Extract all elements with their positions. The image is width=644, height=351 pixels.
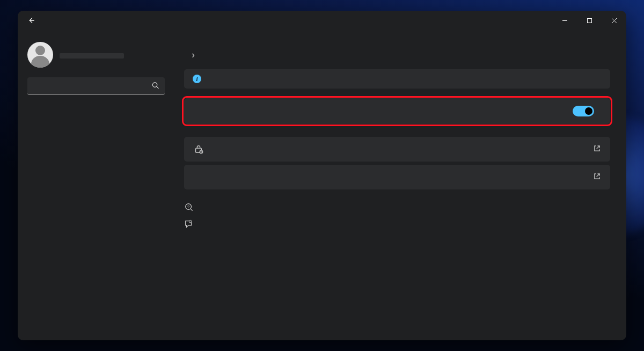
breadcrumb: ›	[184, 49, 610, 61]
help-icon: ?	[184, 202, 194, 212]
open-external-icon	[594, 144, 601, 154]
svg-point-3	[200, 150, 203, 153]
titlebar	[18, 11, 626, 30]
maximize-button[interactable]	[577, 11, 602, 30]
avatar	[27, 42, 53, 68]
encryption-toggle[interactable]	[573, 106, 594, 116]
close-button[interactable]	[602, 11, 626, 30]
minimize-icon	[562, 18, 568, 24]
bitlocker-recovery-key-link[interactable]	[184, 165, 610, 189]
maximize-icon	[587, 18, 592, 24]
svg-rect-0	[587, 18, 591, 23]
back-button[interactable]	[25, 14, 37, 26]
chevron-right-icon: ›	[192, 49, 195, 61]
info-banner: i	[184, 69, 610, 89]
close-icon	[611, 18, 617, 24]
get-help-link[interactable]: ?	[184, 202, 610, 212]
send-feedback-link[interactable]	[184, 220, 610, 229]
profile-block[interactable]	[23, 42, 169, 75]
main-content: › i	[173, 30, 626, 340]
bitlocker-drive-encryption-link[interactable]	[184, 137, 610, 162]
svg-point-6	[189, 220, 192, 223]
settings-window: › i	[18, 11, 626, 340]
minimize-button[interactable]	[552, 11, 577, 30]
info-icon: i	[193, 75, 201, 83]
feedback-icon	[184, 220, 194, 229]
lock-icon	[194, 144, 203, 154]
profile-email-redacted	[60, 53, 124, 58]
sidebar	[18, 30, 173, 340]
svg-text:?: ?	[187, 204, 189, 209]
search-icon	[151, 81, 159, 91]
open-external-icon	[594, 172, 601, 182]
arrow-left-icon	[27, 17, 35, 24]
device-encryption-card	[184, 98, 610, 124]
search-input[interactable]	[27, 77, 165, 95]
